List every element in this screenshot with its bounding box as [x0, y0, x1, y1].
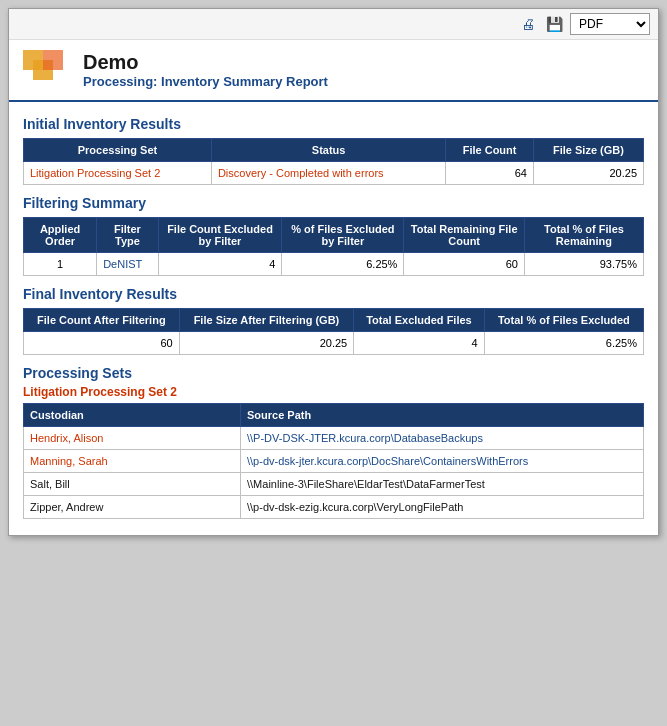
col-total-pct-excluded: Total % of Files Excluded	[484, 309, 643, 332]
remaining-count-value: 60	[404, 253, 525, 276]
table-row: 1 DeNIST 4 6.25% 60 93.75%	[24, 253, 644, 276]
table-row: Salt, Bill \\Mainline-3\FileShare\EldarT…	[24, 473, 644, 496]
report-content: Initial Inventory Results Processing Set…	[9, 102, 658, 535]
report-title: Demo	[83, 51, 328, 74]
total-excluded-value: 4	[354, 332, 484, 355]
final-inventory-title: Final Inventory Results	[23, 286, 644, 302]
report-subtitle: Processing: Inventory Summary Report	[83, 74, 328, 89]
source-path-cell: \\Mainline-3\FileShare\EldarTest\DataFar…	[241, 473, 644, 496]
col-excluded-by-filter: File Count Excluded by Filter	[158, 218, 282, 253]
format-select[interactable]: PDF Excel Word	[570, 13, 650, 35]
save-icon[interactable]: 💾	[544, 14, 564, 34]
col-file-count: File Count	[446, 139, 534, 162]
excluded-count-value: 4	[158, 253, 282, 276]
main-window: 🖨 💾 PDF Excel Word Demo Processing: Inve…	[8, 8, 659, 536]
excluded-pct-value: 6.25%	[282, 253, 404, 276]
status-link[interactable]: Discovery - Completed with errors	[211, 162, 445, 185]
table-row: Hendrix, Alison \\P-DV-DSK-JTER.kcura.co…	[24, 427, 644, 450]
processing-set-link[interactable]: Litigation Processing Set 2	[24, 162, 212, 185]
header-text: Demo Processing: Inventory Summary Repor…	[83, 51, 328, 89]
col-applied-order: Applied Order	[24, 218, 97, 253]
col-count-after-filtering: File Count After Filtering	[24, 309, 180, 332]
col-total-excluded: Total Excluded Files	[354, 309, 484, 332]
col-file-size: File Size (GB)	[533, 139, 643, 162]
initial-inventory-title: Initial Inventory Results	[23, 116, 644, 132]
remaining-pct-value: 93.75%	[524, 253, 643, 276]
col-pct-remaining: Total % of Files Remaining	[524, 218, 643, 253]
col-filter-type: Filter Type	[97, 218, 159, 253]
table-row: Manning, Sarah \\p-dv-dsk-jter.kcura.cor…	[24, 450, 644, 473]
logo-icon	[23, 50, 71, 90]
order-value: 1	[24, 253, 97, 276]
filtering-summary-title: Filtering Summary	[23, 195, 644, 211]
custodian-cell: Salt, Bill	[24, 473, 241, 496]
final-inventory-table: File Count After Filtering File Size Aft…	[23, 308, 644, 355]
col-pct-excluded-by-filter: % of Files Excluded by Filter	[282, 218, 404, 253]
file-count-value: 64	[446, 162, 534, 185]
initial-inventory-table: Processing Set Status File Count File Si…	[23, 138, 644, 185]
col-source-path: Source Path	[241, 404, 644, 427]
processing-sets-table: Custodian Source Path Hendrix, Alison \\…	[23, 403, 644, 519]
size-after-value: 20.25	[179, 332, 354, 355]
table-row: 60 20.25 4 6.25%	[24, 332, 644, 355]
print-icon[interactable]: 🖨	[518, 14, 538, 34]
col-remaining-count: Total Remaining File Count	[404, 218, 525, 253]
source-path-cell[interactable]: \\P-DV-DSK-JTER.kcura.corp\DatabaseBacku…	[241, 427, 644, 450]
file-size-value: 20.25	[533, 162, 643, 185]
col-processing-set: Processing Set	[24, 139, 212, 162]
processing-sets-title: Processing Sets	[23, 365, 644, 381]
filter-type-link[interactable]: DeNIST	[97, 253, 159, 276]
filtering-summary-table: Applied Order Filter Type File Count Exc…	[23, 217, 644, 276]
col-custodian: Custodian	[24, 404, 241, 427]
custodian-cell: Zipper, Andrew	[24, 496, 241, 519]
col-status: Status	[211, 139, 445, 162]
svg-rect-2	[43, 50, 63, 70]
total-pct-excluded-value: 6.25%	[484, 332, 643, 355]
toolbar: 🖨 💾 PDF Excel Word	[9, 9, 658, 40]
source-path-cell[interactable]: \\p-dv-dsk-jter.kcura.corp\DocShare\Cont…	[241, 450, 644, 473]
report-header: Demo Processing: Inventory Summary Repor…	[9, 40, 658, 102]
custodian-cell[interactable]: Hendrix, Alison	[24, 427, 241, 450]
processing-set-name: Litigation Processing Set 2	[23, 385, 644, 399]
custodian-cell[interactable]: Manning, Sarah	[24, 450, 241, 473]
table-row: Zipper, Andrew \\p-dv-dsk-ezig.kcura.cor…	[24, 496, 644, 519]
col-size-after-filtering: File Size After Filtering (GB)	[179, 309, 354, 332]
table-row: Litigation Processing Set 2 Discovery - …	[24, 162, 644, 185]
source-path-cell: \\p-dv-dsk-ezig.kcura.corp\VeryLongFileP…	[241, 496, 644, 519]
count-after-value: 60	[24, 332, 180, 355]
